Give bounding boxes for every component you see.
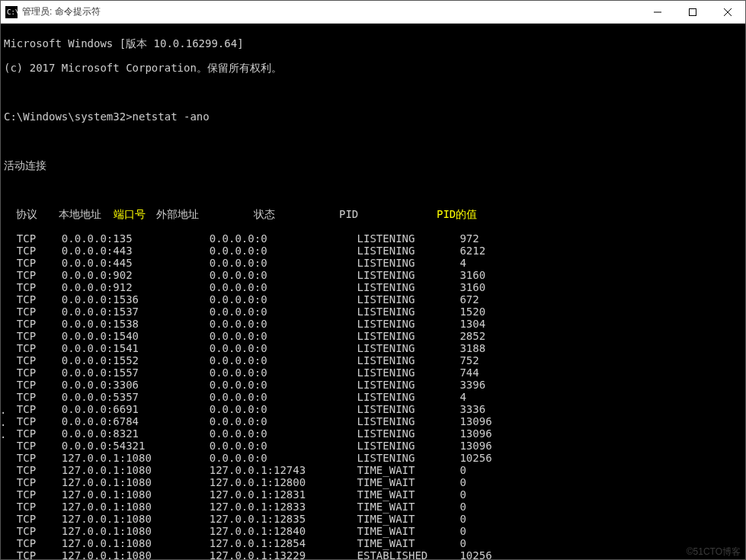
table-row: TCP 0.0.0.0:1541 0.0.0.0:0 LISTENING 318… bbox=[4, 342, 742, 354]
table-row: TCP 0.0.0.0:8321 0.0.0.0:0 LISTENING 130… bbox=[4, 427, 742, 440]
blank-line bbox=[4, 135, 742, 147]
banner-line-2: (c) 2017 Microsoft Corporation。保留所有权利。 bbox=[4, 62, 742, 74]
command-prompt-window: C:\ 管理员: 命令提示符 Microsoft Windows [版本 10.… bbox=[0, 0, 746, 560]
cmd-icon: C:\ bbox=[5, 6, 18, 18]
header-pid: PID bbox=[339, 208, 437, 220]
header-state: 状态 bbox=[254, 208, 339, 220]
netstat-rows: TCP 0.0.0.0:135 0.0.0.0:0 LISTENING 972 … bbox=[4, 232, 742, 559]
table-row: TCP 127.0.0.1:1080 127.0.0.1:12800 TIME_… bbox=[4, 476, 742, 488]
table-row: TCP 0.0.0.0:902 0.0.0.0:0 LISTENING 3160 bbox=[4, 269, 742, 281]
table-row: TCP 0.0.0.0:6691 0.0.0.0:0 LISTENING 333… bbox=[4, 403, 742, 415]
command: netstat -ano bbox=[133, 110, 210, 123]
table-row: TCP 127.0.0.1:1080 127.0.0.1:12831 TIME_… bbox=[4, 488, 742, 501]
table-row: TCP 0.0.0.0:1536 0.0.0.0:0 LISTENING 672 bbox=[4, 293, 742, 306]
header-proto: 协议 bbox=[16, 208, 59, 220]
terminal-output[interactable]: Microsoft Windows [版本 10.0.16299.64] (c)… bbox=[1, 24, 745, 559]
table-row: TCP 0.0.0.0:912 0.0.0.0:0 LISTENING 3160 bbox=[4, 281, 742, 293]
table-row: TCP 127.0.0.1:1080 127.0.0.1:12835 TIME_… bbox=[4, 513, 742, 525]
header-pid-value: PID的值 bbox=[437, 208, 477, 220]
table-row: TCP 0.0.0.0:3306 0.0.0.0:0 LISTENING 339… bbox=[4, 379, 742, 391]
table-row: TCP 0.0.0.0:135 0.0.0.0:0 LISTENING 972 bbox=[4, 232, 742, 245]
table-row: TCP 0.0.0.0:6784 0.0.0.0:0 LISTENING 130… bbox=[4, 415, 742, 427]
table-row: TCP 0.0.0.0:5357 0.0.0.0:0 LISTENING 4 bbox=[4, 391, 742, 403]
window-controls bbox=[640, 1, 745, 23]
svg-text:C:\: C:\ bbox=[7, 8, 18, 16]
table-row: TCP 127.0.0.1:1080 127.0.0.1:12833 TIME_… bbox=[4, 501, 742, 513]
table-row: TCP 0.0.0.0:1552 0.0.0.0:0 LISTENING 752 bbox=[4, 354, 742, 366]
header-foreign: 外部地址 bbox=[156, 208, 254, 220]
table-row: TCP 127.0.0.1:1080 127.0.0.1:13229 ESTAB… bbox=[4, 549, 742, 559]
table-row: TCP 0.0.0.0:1537 0.0.0.0:0 LISTENING 152… bbox=[4, 306, 742, 318]
blank-line bbox=[4, 184, 742, 196]
table-row: TCP 0.0.0.0:1538 0.0.0.0:0 LISTENING 130… bbox=[4, 318, 742, 330]
banner-line-1: Microsoft Windows [版本 10.0.16299.64] bbox=[4, 37, 742, 50]
prompt-line: C:\Windows\system32>netstat -ano bbox=[4, 110, 742, 123]
table-row: TCP 127.0.0.1:1080 127.0.0.1:12840 TIME_… bbox=[4, 525, 742, 537]
table-row: TCP 0.0.0.0:1557 0.0.0.0:0 LISTENING 744 bbox=[4, 366, 742, 379]
blank-line bbox=[4, 86, 742, 98]
table-row: TCP 0.0.0.0:1540 0.0.0.0:0 LISTENING 285… bbox=[4, 330, 742, 342]
cropped-text-fragment: ... bbox=[0, 404, 6, 440]
table-row: TCP 127.0.0.1:1080 127.0.0.1:12854 TIME_… bbox=[4, 537, 742, 549]
window-title: 管理员: 命令提示符 bbox=[22, 5, 640, 18]
table-row: TCP 127.0.0.1:1080 0.0.0.0:0 LISTENING 1… bbox=[4, 452, 742, 464]
close-button[interactable] bbox=[710, 1, 745, 23]
prompt: C:\Windows\system32> bbox=[4, 110, 133, 123]
table-row: TCP 127.0.0.1:1080 127.0.0.1:12743 TIME_… bbox=[4, 464, 742, 476]
header-port-label: 端口号 bbox=[114, 208, 156, 220]
header-local: 本地地址 bbox=[59, 208, 114, 220]
netstat-header: 协议本地地址端口号外部地址状态PIDPID的值 bbox=[4, 208, 742, 220]
minimize-button[interactable] bbox=[640, 1, 675, 23]
table-row: TCP 0.0.0.0:443 0.0.0.0:0 LISTENING 6212 bbox=[4, 245, 742, 257]
svg-rect-3 bbox=[690, 8, 696, 15]
section-title: 活动连接 bbox=[4, 159, 742, 171]
table-row: TCP 0.0.0.0:445 0.0.0.0:0 LISTENING 4 bbox=[4, 257, 742, 269]
titlebar[interactable]: C:\ 管理员: 命令提示符 bbox=[1, 1, 745, 24]
table-row: TCP 0.0.0.0:54321 0.0.0.0:0 LISTENING 13… bbox=[4, 440, 742, 452]
maximize-button[interactable] bbox=[675, 1, 710, 23]
